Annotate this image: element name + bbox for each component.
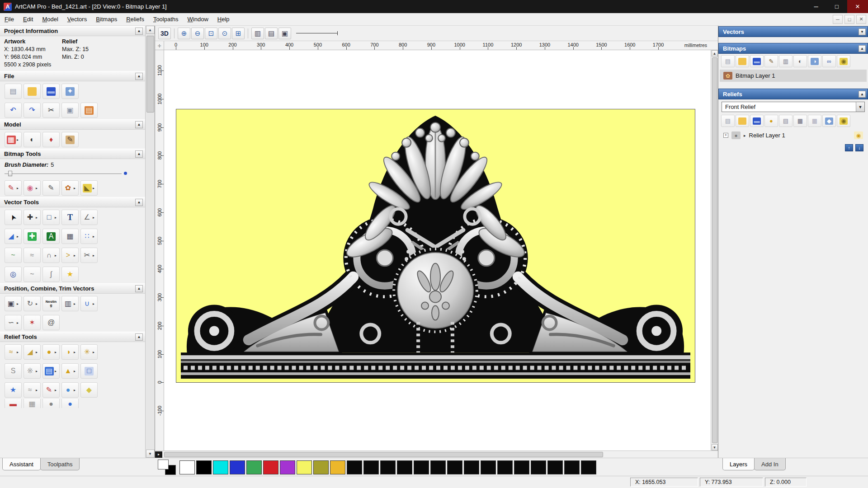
collapse-position-button[interactable]: ▲ — [135, 285, 143, 292]
relief-selector-dropdown[interactable]: Front Relief ▼ — [722, 102, 865, 112]
spiral-icon[interactable]: @ — [42, 315, 60, 330]
create-rectangle-icon[interactable]: □ ▸ — [42, 210, 60, 225]
tab-addin[interactable]: Add In — [754, 458, 786, 470]
import-model-icon[interactable]: ✦ — [61, 84, 79, 99]
blue-relief-icon[interactable]: ◆ — [822, 115, 836, 127]
line-width-preview[interactable] — [296, 28, 338, 38]
reliefs-header[interactable]: Reliefs ▲ — [718, 89, 868, 99]
swatch-reserved-6[interactable] — [430, 460, 446, 474]
fillet-icon[interactable]: ◢ ▸ — [5, 229, 22, 244]
layer-up-button[interactable]: ↑ — [845, 144, 853, 151]
new-relief-icon[interactable]: ▤ — [721, 115, 735, 127]
draw-icon[interactable]: ✎ — [42, 180, 60, 196]
swatch-yellow[interactable] — [297, 460, 312, 474]
offset-vector-icon[interactable]: ∫ — [42, 267, 60, 282]
trim-overlap-icon[interactable]: ✶ — [24, 315, 41, 330]
dropdown-arrow-icon[interactable]: ▼ — [856, 102, 864, 112]
paste-on-curve-icon[interactable]: ▦ — [61, 229, 79, 244]
collapse-vector-tools-button[interactable]: ▲ — [135, 199, 143, 206]
relief-library-icon[interactable]: ▤ ▸ — [42, 363, 60, 379]
swatch-green[interactable] — [246, 460, 262, 474]
swatch-white[interactable] — [179, 460, 195, 474]
scale-relief-icon[interactable]: S — [5, 363, 22, 379]
smooth-spans-icon[interactable]: ≈ — [24, 248, 41, 263]
swatch-reserved-1[interactable] — [347, 460, 362, 474]
sculpt-icon[interactable]: ✳ ▸ — [80, 344, 98, 360]
menu-toolpaths[interactable]: Toolpaths — [149, 14, 183, 25]
canvas-horizontal-scrollbar[interactable]: ▸ — [155, 450, 718, 458]
zoom-fit-icon[interactable]: ⊞ — [232, 28, 245, 39]
node-editing-icon[interactable]: ~ — [5, 248, 22, 263]
show-bitmap-icon[interactable]: ◉ — [837, 55, 850, 67]
model-lighting-icon[interactable]: ♦ — [42, 132, 60, 147]
reliefs-collapse-icon[interactable]: ▲ — [859, 91, 866, 98]
mdi-restore-button[interactable]: □ — [844, 15, 854, 24]
scroll-up-icon[interactable]: ▲ — [146, 26, 155, 34]
open-model-icon[interactable] — [24, 84, 41, 99]
rotate-copy-icon[interactable]: ↻ ▸ — [24, 296, 41, 311]
paint-relief-icon[interactable]: ✎ ▸ — [42, 382, 60, 398]
swatch-reserved-4[interactable] — [397, 460, 412, 474]
brush-diameter-slider[interactable] — [5, 170, 140, 177]
create-arc-icon[interactable]: > ▸ — [61, 248, 79, 263]
swatch-reserved-15[interactable] — [581, 460, 596, 474]
primary-secondary-colour-selector[interactable] — [158, 460, 177, 475]
swatch-reserved-9[interactable] — [481, 460, 496, 474]
smooth-relief-icon[interactable]: ≈ ▸ — [5, 344, 22, 360]
canvas-v-thumb[interactable] — [712, 57, 717, 443]
greyscale-bitmap-icon[interactable]: ◐ — [793, 55, 807, 67]
swatch-reserved-5[interactable] — [414, 460, 429, 474]
scroll-thumb[interactable] — [146, 36, 154, 113]
clip-relief-icon[interactable]: ▬ — [5, 399, 22, 408]
text-on-curve-icon[interactable]: A — [42, 229, 60, 244]
swatch-olive[interactable] — [313, 460, 329, 474]
snap-toggle-icon[interactable]: ▥ — [251, 28, 264, 39]
vectors-header[interactable]: Vectors ▼ — [718, 26, 868, 37]
menu-model[interactable]: Model — [38, 14, 62, 25]
set-model-size-icon[interactable]: ▦ ▸ — [5, 132, 22, 147]
guides-toggle-icon[interactable]: ▤ — [265, 28, 278, 39]
collapse-relief-tools-button[interactable]: ▲ — [135, 333, 143, 341]
undo-icon[interactable]: ↶ — [5, 103, 22, 118]
swatch-black[interactable] — [196, 460, 212, 474]
maximize-button[interactable]: □ — [826, 0, 847, 13]
swatch-reserved-2[interactable] — [363, 460, 379, 474]
swatch-cyan[interactable] — [213, 460, 228, 474]
select-vectors-icon[interactable]: ➤ — [5, 210, 22, 225]
save-relief-icon[interactable]: ▬ — [750, 115, 764, 127]
mdi-minimize-button[interactable]: ─ — [833, 15, 843, 24]
blend-relief-icon[interactable]: ◑ ▸ — [61, 344, 79, 360]
transform-vectors-icon[interactable]: ✚ ▸ — [24, 210, 41, 225]
block-paste-icon[interactable]: ∷ ▸ — [80, 229, 98, 244]
open-bitmap-icon[interactable] — [736, 55, 749, 67]
menu-vectors[interactable]: Vectors — [63, 14, 91, 25]
vectors-collapse-icon[interactable]: ▼ — [859, 28, 866, 35]
layer-visibility-bulb-icon[interactable]: ◉ — [854, 131, 863, 139]
swatch-reserved-8[interactable] — [464, 460, 479, 474]
star-relief-icon[interactable]: ★ — [5, 382, 22, 398]
free-polyline-icon[interactable]: ~ — [24, 267, 41, 282]
redo-icon[interactable]: ↷ — [24, 103, 41, 118]
menu-help[interactable]: Help — [213, 14, 234, 25]
collapse-file-button[interactable]: ▲ — [135, 73, 143, 80]
weld-vectors-icon[interactable]: ∪ ▸ — [80, 296, 98, 311]
extract-relief-icon[interactable]: ◆ — [80, 382, 98, 398]
minimize-button[interactable]: ─ — [806, 0, 826, 13]
shape-editor-icon[interactable]: ● ▸ — [42, 344, 60, 360]
measure-icon[interactable]: ∠ ▸ — [80, 210, 98, 225]
collapse-bitmap-tools-button[interactable]: ▲ — [135, 150, 143, 158]
swatch-reserved-13[interactable] — [547, 460, 563, 474]
weave-wizard-icon[interactable]: ※ ▸ — [24, 363, 41, 379]
swatch-reserved-11[interactable] — [514, 460, 529, 474]
show-relief-icon[interactable]: ◉ — [837, 115, 850, 127]
new-bitmap-icon[interactable]: ▤ — [721, 55, 735, 67]
paint-selective-icon[interactable]: ◉ ▸ — [24, 180, 41, 196]
snap-grid-icon[interactable]: ✚ — [24, 229, 41, 244]
bitmap-layer-row[interactable]: ✿ Bitmap Layer 1 — [720, 70, 867, 82]
preview-toggle-icon[interactable]: ▣ — [278, 28, 291, 39]
canvas-scroll-up-icon[interactable]: ▲ — [712, 50, 718, 56]
swatch-gold[interactable] — [330, 460, 345, 474]
swatch-blue[interactable] — [230, 460, 245, 474]
zoom-1to1-icon[interactable]: ⊙ — [218, 28, 231, 39]
blob-relief-icon[interactable]: ● — [42, 399, 60, 408]
